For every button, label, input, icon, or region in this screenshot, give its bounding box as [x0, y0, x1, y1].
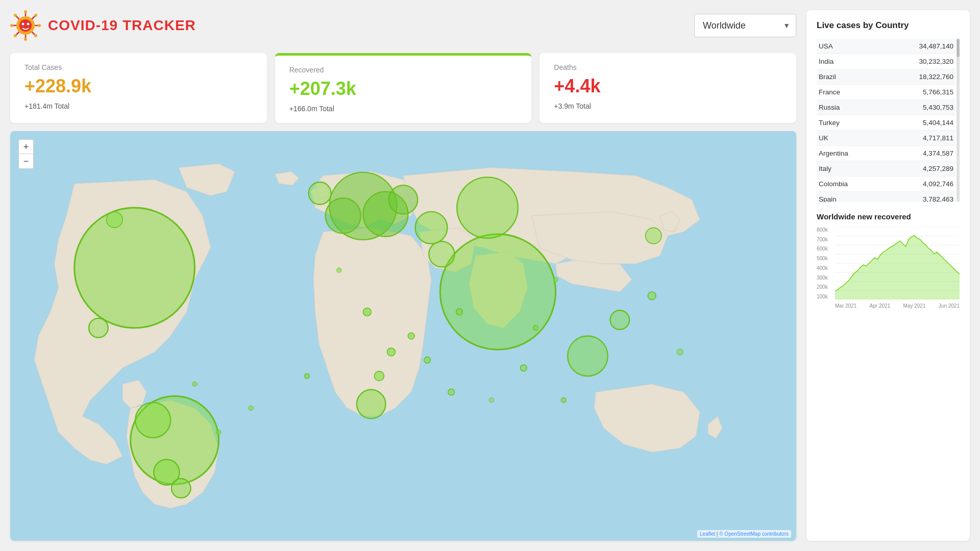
svg-point-19: [27, 23, 30, 26]
chart-title: Worldwide new recovered: [817, 212, 960, 221]
country-row[interactable]: Brazil18,322,760: [817, 69, 955, 85]
country-cases: 18,322,760: [919, 73, 953, 81]
recovered-label: Recovered: [289, 66, 518, 74]
svg-point-50: [533, 325, 538, 330]
svg-point-11: [24, 38, 27, 41]
country-row[interactable]: UK4,717,811: [817, 131, 955, 146]
map-attribution: Leaflet | © OpenStreetMap contributors: [697, 530, 791, 538]
x-label-apr: Apr 2021: [870, 303, 891, 309]
svg-point-30: [357, 390, 386, 419]
svg-point-46: [448, 389, 455, 395]
country-cases: 5,430,753: [923, 104, 953, 111]
country-name: Spain: [819, 195, 837, 202]
svg-point-42: [408, 333, 414, 339]
svg-point-16: [34, 14, 37, 17]
country-name: Italy: [819, 165, 831, 172]
x-label-may: May 2021: [903, 303, 926, 309]
svg-point-43: [424, 357, 431, 363]
zoom-out-button[interactable]: −: [19, 154, 33, 168]
country-name: USA: [819, 42, 833, 50]
country-name: UK: [819, 134, 828, 142]
world-map[interactable]: + − Leaflet | © OpenStreetMap contributo…: [10, 131, 796, 541]
svg-point-28: [389, 185, 418, 214]
svg-point-51: [561, 398, 566, 403]
leaflet-link[interactable]: Leaflet: [700, 531, 715, 537]
deaths-value: +4.4k: [554, 76, 782, 97]
svg-point-33: [172, 479, 191, 498]
total-cases-card: Total Cases +228.9k +181.4m Total: [10, 53, 267, 123]
svg-point-54: [192, 382, 197, 386]
total-cases-label: Total Cases: [24, 63, 253, 71]
map-container: + − Leaflet | © OpenStreetMap contributo…: [10, 131, 796, 541]
country-cases: 34,487,140: [919, 42, 953, 50]
recovered-card: Recovered +207.3k +166.0m Total: [275, 53, 532, 123]
chart-x-labels: Mar 2021 Apr 2021 May 2021 Jun 2021: [835, 303, 960, 309]
country-cases: 5,404,144: [923, 119, 953, 127]
svg-point-14: [14, 14, 17, 17]
svg-point-15: [34, 34, 37, 37]
country-cases: 3,782,463: [923, 195, 953, 202]
map-zoom-controls: + −: [18, 139, 34, 169]
logo-area: COVID-19 TRACKER: [10, 10, 196, 41]
chart-y-labels: 800k 700k 600k 500k 400k 300k 200k 100k: [817, 227, 828, 309]
zoom-in-button[interactable]: +: [19, 140, 33, 154]
country-row[interactable]: Russia5,430,753: [817, 100, 955, 115]
header: COVID-19 TRACKER Worldwide USA India Bra…: [10, 10, 796, 45]
svg-point-34: [429, 241, 454, 267]
svg-point-27: [326, 198, 361, 233]
country-row[interactable]: India30,232,320: [817, 54, 955, 69]
country-name: Brazil: [819, 73, 836, 81]
country-row[interactable]: USA34,487,140: [817, 39, 955, 54]
country-row[interactable]: Argentina4,374,587: [817, 146, 955, 161]
country-name: India: [819, 58, 834, 65]
app-title: COVID-19 TRACKER: [48, 17, 196, 34]
y-label-400k: 400k: [817, 265, 828, 271]
x-label-jun: Jun 2021: [939, 303, 960, 309]
recovered-total: +166.0m Total: [289, 105, 518, 113]
osm-link[interactable]: © OpenStreetMap contributors: [719, 531, 789, 537]
live-cases-title: Live cases by Country: [817, 20, 960, 31]
svg-point-38: [309, 182, 331, 205]
svg-point-39: [89, 318, 108, 338]
svg-point-10: [24, 10, 27, 13]
svg-point-47: [456, 309, 463, 315]
country-name: Colombia: [819, 180, 848, 188]
y-label-500k: 500k: [817, 256, 828, 261]
country-row[interactable]: Spain3,782,463: [817, 192, 955, 202]
x-label-mar: Mar 2021: [835, 303, 856, 309]
country-row[interactable]: Colombia4,092,746: [817, 177, 955, 192]
virus-icon: [10, 10, 41, 41]
right-panel: Live cases by Country USA34,487,140India…: [806, 10, 970, 541]
total-cases-value: +228.9k: [24, 76, 253, 97]
svg-point-29: [415, 212, 448, 244]
scrollbar-thumb[interactable]: [957, 39, 960, 57]
svg-point-36: [610, 310, 629, 330]
deaths-label: Deaths: [554, 63, 782, 71]
y-label-600k: 600k: [817, 246, 828, 252]
country-row[interactable]: Italy4,257,289: [817, 161, 955, 177]
country-list[interactable]: USA34,487,140India30,232,320Brazil18,322…: [817, 39, 960, 202]
svg-point-35: [568, 336, 608, 377]
country-select-input[interactable]: Worldwide USA India Brazil France Russia: [694, 14, 796, 37]
country-selector[interactable]: Worldwide USA India Brazil France Russia…: [694, 14, 796, 37]
svg-point-13: [38, 24, 41, 27]
y-label-700k: 700k: [817, 237, 828, 242]
svg-point-24: [457, 177, 518, 238]
y-label-300k: 300k: [817, 275, 828, 281]
country-row[interactable]: Turkey5,404,144: [817, 115, 955, 131]
stats-row: Total Cases +228.9k +181.4m Total Recove…: [10, 53, 796, 123]
svg-point-40: [107, 212, 122, 228]
country-row[interactable]: France5,766,315: [817, 85, 955, 100]
svg-point-53: [216, 430, 221, 434]
svg-point-18: [22, 23, 24, 26]
svg-point-57: [677, 349, 683, 356]
svg-point-45: [374, 371, 384, 381]
svg-point-41: [387, 348, 396, 356]
chart-area: 800k 700k 600k 500k 400k 300k 200k 100k: [817, 227, 960, 309]
country-name: Argentina: [819, 149, 848, 157]
deaths-total: +3.9m Total: [554, 102, 782, 110]
total-cases-total: +181.4m Total: [24, 102, 253, 110]
svg-point-55: [337, 268, 341, 272]
country-name: Russia: [819, 104, 840, 111]
svg-point-56: [553, 278, 558, 282]
